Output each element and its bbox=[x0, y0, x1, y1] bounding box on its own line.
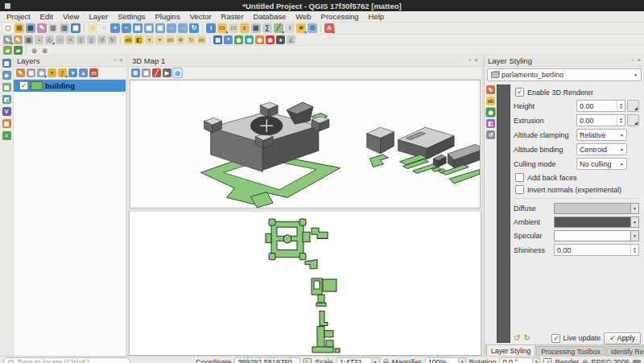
zoom-full-3d-icon[interactable]: ⊞ bbox=[131, 68, 140, 77]
camera-control-icon[interactable]: ◎ bbox=[173, 68, 182, 77]
labels-tab-icon[interactable]: ab bbox=[486, 97, 495, 105]
diffuse-color-button[interactable] bbox=[554, 203, 631, 214]
show-hidden-labels-icon[interactable]: ab bbox=[166, 35, 175, 44]
layer-labeling-icon[interactable]: ab bbox=[124, 35, 133, 44]
raster-plugin-icon[interactable]: ▰ bbox=[14, 46, 23, 55]
measure-3d-icon[interactable]: ╱ bbox=[152, 68, 161, 77]
enable-3d-renderer-checkbox[interactable] bbox=[515, 88, 524, 97]
diagram-tab-icon[interactable]: ◧ bbox=[486, 119, 495, 128]
altitude-clamping-combo[interactable]: Relative▼ bbox=[576, 129, 627, 141]
render-checkbox[interactable] bbox=[543, 358, 551, 363]
separator[interactable] bbox=[26, 46, 27, 54]
specular-color-button[interactable] bbox=[554, 230, 631, 241]
shininess-spinbox[interactable]: 0.00▲▼ bbox=[554, 244, 639, 256]
new-print-layout-icon[interactable]: ▥ bbox=[48, 23, 58, 33]
close-panel-icon[interactable]: × bbox=[637, 57, 641, 64]
delete-selected-icon[interactable]: ▭ bbox=[56, 35, 64, 44]
dock-tab[interactable]: Layer Styling bbox=[486, 344, 535, 356]
data-source-manager-toolbar-icon[interactable]: ▦ bbox=[71, 23, 80, 33]
menu-item[interactable]: Web bbox=[291, 12, 316, 21]
highlight-pinned-labels-icon[interactable]: ▼ bbox=[145, 35, 154, 44]
specular-dropdown-icon[interactable]: ▼ bbox=[631, 230, 639, 241]
diffuse-dropdown-icon[interactable]: ▼ bbox=[631, 203, 639, 214]
close-panel-icon[interactable]: × bbox=[474, 57, 478, 64]
spin-arrows-icon[interactable]: ▲▼ bbox=[617, 115, 625, 126]
close-panel-icon[interactable]: × bbox=[119, 57, 123, 64]
add-group-icon[interactable]: ▣ bbox=[27, 68, 35, 77]
float-panel-icon[interactable]: ▫ bbox=[114, 57, 116, 64]
spin-arrows-icon[interactable]: ▲▼ bbox=[617, 101, 625, 111]
save-project-icon[interactable]: ▦ bbox=[26, 23, 35, 33]
grass-tools-icon[interactable]: ◉ bbox=[234, 35, 243, 44]
data-defined-override-button[interactable] bbox=[627, 100, 639, 112]
deselect-features-icon[interactable]: ▭ bbox=[229, 23, 238, 33]
identify-features-icon[interactable]: i bbox=[206, 23, 216, 33]
apply-button[interactable]: ✓Apply bbox=[604, 332, 641, 344]
styling-scrollbar[interactable] bbox=[497, 85, 510, 343]
height-spinbox[interactable]: 0.00▲▼ bbox=[576, 100, 625, 112]
rotation-spin-icon[interactable]: ▲▼ bbox=[533, 357, 540, 363]
refresh-map-icon[interactable]: ↻ bbox=[189, 23, 199, 33]
symbology-tab-icon[interactable]: ✎ bbox=[486, 85, 495, 94]
zoom-to-selection-icon[interactable]: ▣ bbox=[144, 23, 154, 33]
undo-style-icon[interactable]: ↺ bbox=[514, 334, 520, 342]
dock-tab[interactable]: Processing Toolbox bbox=[536, 346, 605, 356]
magnifier-spin-icon[interactable]: ▲▼ bbox=[459, 357, 466, 363]
pan-to-selection-icon[interactable]: ○ bbox=[99, 23, 109, 33]
statistics-icon[interactable]: ∠ bbox=[287, 35, 295, 44]
map-canvas[interactable] bbox=[129, 212, 481, 356]
collapse-all-icon[interactable]: ▴ bbox=[79, 68, 88, 77]
add-raster-layer-icon[interactable]: ▦ bbox=[2, 83, 11, 92]
zoom-next-icon[interactable]: → bbox=[178, 23, 188, 33]
select-features-icon[interactable]: ▭ bbox=[217, 23, 227, 33]
vertex-tool-icon[interactable]: ◇ bbox=[45, 35, 54, 44]
add-mesh-layer-icon[interactable]: ◩ bbox=[2, 95, 11, 104]
add-virtual-layer-icon[interactable]: V bbox=[2, 107, 11, 116]
rotate-label-icon[interactable]: ↻ bbox=[187, 35, 196, 44]
menu-item[interactable]: Settings bbox=[113, 12, 150, 21]
undo-edit-icon[interactable]: ↺ bbox=[97, 35, 106, 44]
live-update-checkbox[interactable] bbox=[551, 334, 560, 343]
styling-layer-selector[interactable]: parlamento_berlino ▼ bbox=[487, 68, 642, 81]
dock-tab[interactable]: Identify Results bbox=[606, 346, 644, 356]
remove-layer-icon[interactable]: ▭ bbox=[89, 68, 98, 77]
redo-edit-icon[interactable]: ↻ bbox=[108, 35, 117, 44]
layer-tree[interactable]: building bbox=[14, 80, 126, 356]
crs-status[interactable]: EPSG:3006 bbox=[591, 358, 630, 363]
style-manager-icon[interactable]: ✎ bbox=[37, 23, 47, 33]
zoom-last-icon[interactable]: ← bbox=[167, 23, 176, 33]
coordinate-field[interactable]: 389292.5819760 bbox=[234, 357, 300, 363]
menu-item[interactable]: Layer bbox=[84, 12, 113, 21]
new-project-icon[interactable]: ▢ bbox=[3, 23, 13, 33]
data-defined-override-button[interactable] bbox=[627, 114, 639, 126]
zoom-to-layer-icon[interactable]: ▣ bbox=[155, 23, 165, 33]
menu-item[interactable]: Vector bbox=[185, 12, 217, 21]
temporal-controller-icon[interactable]: ⊙ bbox=[308, 23, 317, 33]
r-tools-icon[interactable]: ◉ bbox=[266, 35, 275, 44]
view-3d-tab-icon[interactable]: ◉ bbox=[486, 108, 495, 117]
rotation-field[interactable]: 0.0 ° bbox=[499, 357, 533, 363]
separator[interactable] bbox=[202, 24, 203, 32]
menu-item[interactable]: Raster bbox=[217, 12, 249, 21]
separator[interactable] bbox=[120, 36, 121, 44]
cut-features-icon[interactable]: × bbox=[66, 35, 75, 44]
new-bookmark-icon[interactable]: ★ bbox=[296, 23, 306, 33]
culling-mode-combo[interactable]: No culling▼ bbox=[576, 158, 627, 170]
extrusion-spinbox[interactable]: 0.00▲▼ bbox=[576, 114, 625, 126]
extents-icon[interactable] bbox=[303, 358, 312, 363]
menu-item[interactable]: Database bbox=[249, 12, 291, 21]
pin-labels-icon[interactable]: ▼ bbox=[155, 35, 164, 44]
layer-visibility-checkbox[interactable] bbox=[19, 81, 28, 90]
add-point-cloud-layer-icon[interactable]: ≈ bbox=[2, 131, 11, 140]
save-3d-image-icon[interactable]: ▣ bbox=[142, 68, 151, 77]
scale-field[interactable]: 1:4732 bbox=[336, 357, 372, 363]
messages-icon[interactable] bbox=[633, 360, 641, 363]
add-feature-icon[interactable]: • bbox=[35, 35, 43, 44]
plugin-circle-icon-1[interactable]: ◎ bbox=[30, 46, 39, 55]
layer-item-building[interactable]: building bbox=[14, 80, 126, 92]
text-annotation-icon[interactable]: A bbox=[324, 23, 334, 33]
ambient-color-button[interactable] bbox=[554, 217, 631, 228]
float-panel-icon[interactable]: ▫ bbox=[469, 57, 471, 64]
plugins-icon[interactable]: ▣ bbox=[213, 35, 222, 44]
open-attribute-table-icon[interactable]: ▦ bbox=[251, 23, 261, 33]
